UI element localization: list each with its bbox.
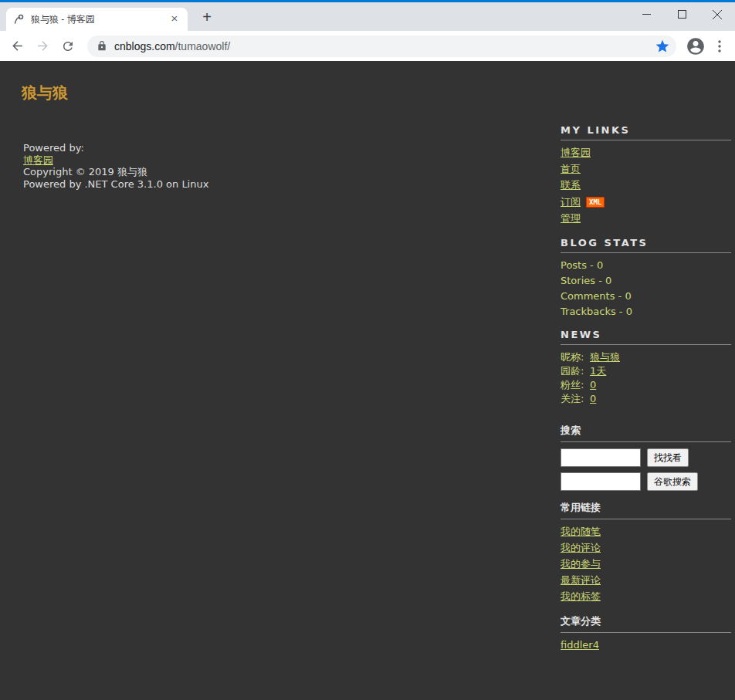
blog-title: 狼与狼: [22, 83, 68, 103]
news-value-age[interactable]: 1天: [590, 365, 606, 377]
stat-stories: Stories - 0: [561, 275, 731, 287]
site-favicon-icon: [12, 13, 25, 25]
sidebar-link-blog-platform[interactable]: 博客园: [561, 147, 731, 159]
news-row-followers: 粉丝:0: [561, 379, 731, 391]
category-link-fiddler4[interactable]: fiddler4: [561, 639, 731, 651]
google-search-row: 谷歌搜索: [561, 472, 731, 491]
section-blog-stats: BLOG STATS Posts - 0 Stories - 0 Comment…: [561, 237, 731, 318]
google-search-input[interactable]: [561, 472, 641, 491]
sidebar-link-subscribe[interactable]: 订阅: [561, 196, 581, 208]
sidebar-link-my-comments[interactable]: 我的评论: [561, 542, 731, 554]
search-title: 搜索: [561, 424, 731, 442]
maximize-button[interactable]: [664, 2, 699, 26]
browser-menu-icon[interactable]: [710, 37, 729, 56]
section-common-links: 常用链接 我的随笔 我的评论 我的参与 最新评论 我的标签: [561, 501, 731, 603]
subscribe-row: 订阅XML: [561, 195, 731, 208]
news-label-nickname: 昵称:: [561, 351, 590, 364]
news-row-following: 关注:0: [561, 393, 731, 405]
section-categories: 文章分类 fiddler4: [561, 614, 731, 651]
news-row-age: 园龄:1天: [561, 365, 731, 377]
sidebar-link-home[interactable]: 首页: [561, 163, 731, 175]
forward-button[interactable]: [32, 36, 53, 57]
profile-avatar-icon[interactable]: [686, 36, 706, 56]
url-domain: cnblogs.com: [114, 40, 175, 52]
url-path: /tumaowolf/: [175, 40, 231, 52]
news-label-followers: 粉丝:: [561, 379, 590, 391]
my-links-title: MY LINKS: [561, 124, 731, 140]
news-title: NEWS: [561, 329, 731, 345]
blog-footer: Powered by: 博客园 Copyright © 2019 狼与狼 Pow…: [23, 142, 208, 190]
stat-posts: Posts - 0: [561, 259, 731, 272]
google-search-button[interactable]: 谷歌搜索: [647, 472, 698, 491]
site-search-button[interactable]: 找找看: [647, 448, 689, 467]
tab-close-icon[interactable]: ×: [168, 12, 181, 26]
xml-badge[interactable]: XML: [586, 197, 605, 208]
site-search-input[interactable]: [561, 448, 641, 467]
stat-comments: Comments - 0: [561, 290, 731, 303]
sidebar-link-latest-comments[interactable]: 最新评论: [561, 574, 731, 587]
minimize-button[interactable]: [628, 2, 664, 26]
browser-toolbar: cnblogs.com/tumaowolf/: [0, 31, 735, 61]
address-bar[interactable]: cnblogs.com/tumaowolf/: [87, 36, 676, 57]
stat-trackbacks: Trackbacks - 0: [561, 306, 731, 318]
sidebar-link-my-participation[interactable]: 我的参与: [561, 558, 731, 570]
lock-icon[interactable]: [97, 40, 107, 52]
section-my-links: MY LINKS 博客园 首页 联系 订阅XML 管理: [561, 124, 731, 225]
browser-window: 狼与狼 - 博客园 × +: [0, 0, 735, 700]
new-tab-button[interactable]: +: [196, 7, 218, 29]
sidebar-link-contact[interactable]: 联系: [561, 179, 731, 191]
sidebar: MY LINKS 博客园 首页 联系 订阅XML 管理 BLOG STATS P…: [561, 124, 735, 655]
tech-line: Powered by .NET Core 3.1.0 on Linux: [23, 178, 208, 191]
reload-button[interactable]: [57, 36, 79, 57]
tab-bar: 狼与狼 - 博客园 × +: [0, 2, 735, 31]
copyright-text: Copyright © 2019 狼与狼: [23, 166, 208, 178]
news-label-age: 园龄:: [561, 365, 590, 377]
sidebar-link-admin[interactable]: 管理: [561, 212, 731, 225]
news-label-following: 关注:: [561, 393, 590, 405]
powered-by-label: Powered by:: [23, 142, 208, 154]
tab-title: 狼与狼 - 博客园: [31, 13, 168, 26]
section-search: 搜索 找找看 谷歌搜索: [561, 424, 731, 491]
sidebar-link-my-posts[interactable]: 我的随笔: [561, 526, 731, 538]
active-tab[interactable]: 狼与狼 - 博客园 ×: [6, 8, 188, 31]
url-text[interactable]: cnblogs.com/tumaowolf/: [114, 40, 655, 52]
news-value-followers[interactable]: 0: [590, 379, 596, 391]
section-news: NEWS 昵称:狼与狼 园龄:1天 粉丝:0 关注:0: [561, 329, 731, 405]
common-links-title: 常用链接: [561, 501, 731, 519]
close-window-button[interactable]: [699, 2, 735, 26]
blog-page: 狼与狼 Powered by: 博客园 Copyright © 2019 狼与狼…: [0, 61, 735, 700]
categories-title: 文章分类: [561, 614, 731, 633]
news-value-nickname[interactable]: 狼与狼: [590, 351, 620, 363]
bookmark-star-icon[interactable]: [655, 39, 670, 54]
blog-stats-title: BLOG STATS: [561, 237, 731, 253]
sidebar-link-my-tags[interactable]: 我的标签: [561, 590, 731, 603]
platform-link[interactable]: 博客园: [23, 154, 53, 166]
back-button[interactable]: [6, 36, 28, 57]
window-controls: [628, 2, 735, 26]
news-value-following[interactable]: 0: [590, 393, 596, 404]
site-search-row: 找找看: [561, 448, 731, 467]
news-row-nickname: 昵称:狼与狼: [561, 351, 731, 364]
